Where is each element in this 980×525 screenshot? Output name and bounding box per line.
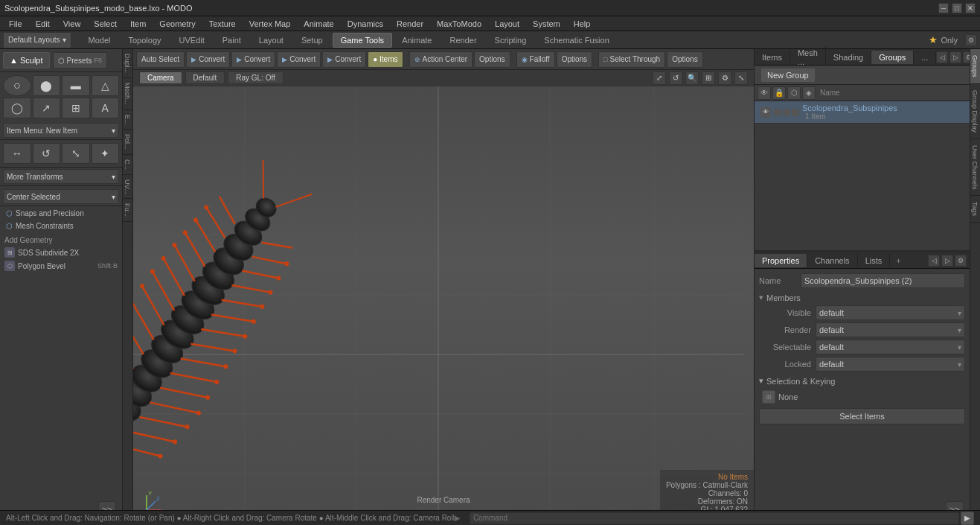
selectable-dropdown[interactable]: default ▾ — [816, 340, 965, 354]
right-tab-shading[interactable]: Shading — [826, 51, 871, 64]
sculpt-button[interactable]: ▲ Sculpt — [3, 52, 50, 69]
right-tab-items[interactable]: Items — [755, 51, 790, 64]
falloff-button[interactable]: ◉ Falloff — [516, 51, 555, 68]
options-button-2[interactable]: Options — [557, 51, 592, 68]
more-transforms-dropdown[interactable]: More Transforms ▾ — [3, 169, 119, 184]
tool-move[interactable]: ↔ — [3, 143, 31, 164]
minimize-button[interactable]: ─ — [938, 3, 949, 13]
props-tab-lists[interactable]: Lists — [858, 254, 891, 267]
close-button[interactable]: ✕ — [965, 3, 976, 13]
snaps-button[interactable]: ⬡ Snaps and Precision — [3, 208, 119, 219]
tool-cylinder[interactable]: ▬ — [62, 75, 90, 96]
tool-curve[interactable]: ↗ — [33, 98, 61, 118]
convert-button-2[interactable]: ▶ Convert — [231, 51, 275, 68]
props-tab-channels[interactable]: Channels — [807, 254, 857, 267]
menu-file[interactable]: File — [3, 18, 28, 30]
tab-render[interactable]: Render — [441, 33, 484, 48]
command-input[interactable] — [470, 512, 959, 524]
right-tab-groups[interactable]: Groups — [871, 51, 914, 64]
vp-tab-default[interactable]: Default — [185, 71, 225, 84]
tab-schematic[interactable]: Schematic Fusion — [536, 33, 617, 48]
side-tab-pol[interactable]: Pol... — [123, 130, 132, 155]
right-vtab-tags[interactable]: Tags — [970, 196, 980, 223]
options-button-1[interactable]: Options — [474, 51, 510, 68]
props-tab-plus[interactable]: + — [890, 254, 906, 267]
rp-ctrl-shrink[interactable]: ◁ — [936, 51, 948, 63]
side-tab-dupl[interactable]: Dupl... — [123, 49, 132, 78]
tab-game-tools[interactable]: Game Tools — [333, 33, 393, 48]
polygon-bevel-button[interactable]: ⬡ Polygon Bevel Shift-B — [3, 259, 119, 273]
tab-layout[interactable]: Layout — [251, 33, 292, 48]
mesh-constraints-button[interactable]: ⬡ Mesh Constraints — [3, 220, 119, 232]
item-menu-dropdown[interactable]: Item Menu: New Item ▾ — [3, 123, 119, 138]
side-tab-e[interactable]: E... — [123, 110, 132, 130]
menu-edit[interactable]: Edit — [30, 18, 56, 30]
menu-vertex-map[interactable]: Vertex Map — [243, 18, 297, 30]
menu-select[interactable]: Select — [88, 18, 123, 30]
props-ctrl-settings[interactable]: ⚙ — [955, 255, 967, 267]
maximize-button[interactable]: □ — [952, 3, 962, 13]
right-vtab-group-display[interactable]: Group Display — [970, 84, 980, 139]
props-tab-properties[interactable]: Properties — [755, 254, 807, 267]
menu-layout[interactable]: Layout — [489, 18, 525, 30]
vp-ctrl-search[interactable]: 🔍 — [685, 71, 699, 85]
new-group-button[interactable]: New Group — [760, 68, 816, 83]
default-layouts-dropdown[interactable]: Default Layouts ▾ — [3, 32, 71, 48]
convert-button-1[interactable]: ▶ Convert — [186, 51, 230, 68]
items-button[interactable]: ● Items — [368, 51, 403, 68]
right-tab-extra[interactable]: ... — [914, 51, 936, 64]
props-ctrl-shrink[interactable]: ◁ — [928, 255, 940, 267]
props-ctrl-expand[interactable]: ▷ — [941, 255, 953, 267]
tab-uvedit[interactable]: UVEdit — [171, 33, 213, 48]
right-tab-mesh[interactable]: Mesh ... — [790, 46, 826, 69]
tool-mesh[interactable]: ⊞ — [62, 98, 90, 118]
side-tab-uv[interactable]: UV... — [123, 175, 132, 199]
tool-rotate[interactable]: ↺ — [33, 143, 61, 164]
tool-circle[interactable]: ○ — [3, 75, 31, 96]
menu-geometry[interactable]: Geometry — [153, 18, 201, 30]
tool-transform[interactable]: ✦ — [92, 143, 120, 164]
render-dropdown[interactable]: default ▾ — [816, 322, 965, 337]
tab-animate[interactable]: Animate — [394, 33, 440, 48]
menu-dynamics[interactable]: Dynamics — [342, 18, 389, 30]
vp-tab-raygl[interactable]: Ray GL: Off — [228, 71, 284, 84]
members-header[interactable]: ▾ Members — [759, 293, 965, 302]
vp-ctrl-settings[interactable]: ⚙ — [718, 71, 731, 85]
tool-ring[interactable]: ◯ — [3, 98, 31, 118]
side-tab-mesh[interactable]: Mesh... — [123, 78, 132, 110]
menu-render[interactable]: Render — [391, 18, 429, 30]
convert-button-4[interactable]: ▶ Convert — [322, 51, 366, 68]
menu-view[interactable]: View — [57, 18, 87, 30]
command-go-button[interactable]: ▶ — [961, 512, 974, 525]
locked-dropdown[interactable]: default ▾ — [816, 357, 965, 372]
menu-maxtomodo[interactable]: MaxToModo — [431, 18, 487, 30]
visible-dropdown[interactable]: default ▾ — [816, 305, 965, 320]
groups-list[interactable]: 👁 Scolopendra_Subspinipes 1 Item — [755, 101, 970, 250]
vp-ctrl-refresh[interactable]: ↺ — [669, 71, 682, 85]
vp-ctrl-fit[interactable]: ⊞ — [702, 71, 715, 85]
tab-scripting[interactable]: Scripting — [487, 33, 535, 48]
menu-animate[interactable]: Animate — [298, 18, 339, 30]
menu-texture[interactable]: Texture — [203, 18, 242, 30]
tab-paint[interactable]: Paint — [214, 33, 249, 48]
presets-button[interactable]: ⬡ Presets F6 — [53, 52, 107, 69]
action-center-button[interactable]: ⊕ Action Center — [409, 51, 473, 68]
sds-subdivide-button[interactable]: ⊞ SDS Subdivide 2X — [3, 246, 119, 259]
menu-item[interactable]: Item — [124, 18, 152, 30]
right-vtab-groups[interactable]: Groups — [970, 49, 980, 84]
tool-cone[interactable]: △ — [92, 75, 120, 96]
side-tab-fu[interactable]: Fu... — [123, 199, 132, 222]
select-through-button[interactable]: □ Select Through — [598, 51, 665, 68]
auto-select-button[interactable]: Auto Select — [136, 51, 185, 68]
tool-sphere[interactable]: ⬤ — [33, 75, 61, 96]
side-tab-c[interactable]: C... — [123, 155, 132, 175]
rp-ctrl-expand[interactable]: ▷ — [949, 51, 961, 63]
center-selected-dropdown[interactable]: Center Selected ▾ — [3, 189, 119, 204]
group-item[interactable]: 👁 Scolopendra_Subspinipes 1 Item — [755, 101, 970, 124]
tab-topology[interactable]: Topology — [120, 33, 169, 48]
selection-keying-header[interactable]: ▾ Selection & Keying — [759, 376, 965, 386]
tool-scale[interactable]: ⤡ — [62, 143, 90, 164]
options-button-3[interactable]: Options — [667, 51, 702, 68]
vp-ctrl-expand[interactable]: ⤡ — [734, 71, 748, 85]
viewport[interactable]: Camera Default Ray GL: Off ⤢ ↺ 🔍 ⊞ ⚙ ⤡ — [133, 70, 754, 525]
